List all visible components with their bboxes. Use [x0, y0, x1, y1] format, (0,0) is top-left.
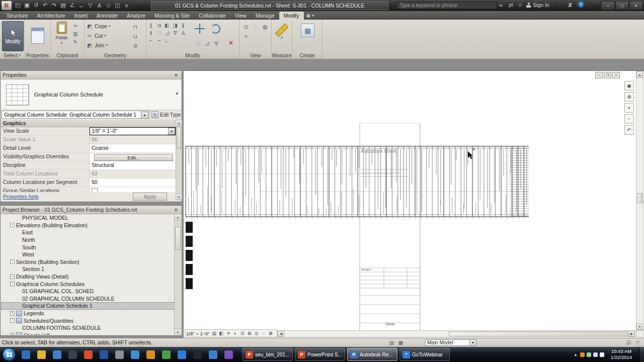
properties-help-link[interactable]: Properties help	[1, 194, 39, 200]
property-value[interactable]: 1/8" = 1'-0"▼	[90, 127, 176, 135]
thin-lines-icon[interactable]: ≡	[122, 2, 131, 9]
hidden-icons-expander-icon[interactable]: ▲	[574, 352, 578, 357]
view-minimize-icon[interactable]: −	[595, 72, 603, 78]
favorites-icon[interactable]: ☆	[516, 1, 524, 9]
browser-item-02-graphical-column-schedule[interactable]: 02 GRAPHICAL COLUMN SCHEDULE	[1, 295, 175, 303]
pinned-app-icon-2[interactable]	[35, 348, 48, 361]
detail-level-icon[interactable]: ▤	[211, 330, 217, 337]
measure-icon[interactable]: ∠	[68, 2, 76, 9]
browser-item-elevations-building-elevation[interactable]: −Elevations (Building Elevation)	[1, 222, 175, 229]
apply-button[interactable]: Apply	[133, 193, 167, 201]
offset-icon[interactable]: ⇉	[155, 22, 163, 29]
scrollbar-thumb[interactable]	[637, 193, 642, 203]
pinned-app-icon-3[interactable]	[50, 348, 63, 361]
properties-button[interactable]	[28, 22, 47, 49]
trim-corner-icon[interactable]: ⌐	[147, 37, 154, 44]
trim-single-icon[interactable]: ¬	[155, 37, 163, 44]
revit-logo-icon[interactable]: R	[2, 1, 12, 10]
expand-icon[interactable]: +	[10, 311, 15, 316]
design-option-select[interactable]: Main Model ▼	[425, 339, 476, 346]
tray-icon-1[interactable]	[580, 352, 585, 357]
trim-multiple-icon[interactable]: ∟	[164, 37, 171, 44]
show-desktop-button[interactable]	[639, 347, 644, 362]
aligned-dimension-icon[interactable]: ↔	[77, 2, 86, 9]
pinned-app-icon-14[interactable]	[222, 348, 235, 361]
tag-icon[interactable]: ▽	[86, 2, 95, 9]
ribbon-tab-massing-site[interactable]: Massing & Site	[150, 12, 194, 20]
browser-item-column-footing-schedule[interactable]: COLUMN FOOTING SCHEDULE	[1, 324, 175, 332]
pin-icon[interactable]: ∇	[213, 40, 220, 47]
property-value[interactable]: Coarse	[90, 144, 176, 152]
cut-icon[interactable]: ✂	[72, 22, 79, 29]
view-restore-icon[interactable]: ❐	[604, 72, 611, 78]
browser-item-drafting-views-detail[interactable]: −Drafting Views (Detail)	[1, 273, 175, 281]
browser-item-sections-building-section[interactable]: −Sections (Building Section)	[1, 258, 175, 266]
project-browser-titlebar[interactable]: Project Browser - 01 GCS_Column Footing …	[1, 206, 182, 214]
collapse-icon[interactable]: −	[10, 259, 15, 264]
search-icon[interactable]: ∞	[497, 1, 505, 9]
tray-icon-4[interactable]	[600, 352, 604, 357]
open-icon[interactable]: ◰	[14, 2, 22, 9]
pinned-app-icon-8[interactable]	[128, 348, 141, 361]
properties-panel-label[interactable]: Properties	[25, 52, 50, 59]
pinned-app-icon-7[interactable]	[113, 348, 126, 361]
mirror-pick-icon[interactable]: ◨	[172, 22, 179, 29]
create-group-button[interactable]: ▦	[301, 24, 314, 37]
tray-icon-3[interactable]	[593, 352, 598, 357]
browser-item-west[interactable]: West	[1, 251, 175, 258]
reveal-hidden-icon[interactable]: ◌	[260, 330, 267, 337]
taskbar-app-powerpoint-s[interactable]: PPowerPoint S...	[295, 348, 345, 361]
scrollbar-thumb[interactable]	[449, 331, 628, 336]
editable-only-icon[interactable]: ☑	[625, 339, 632, 346]
undo-icon[interactable]: ↶	[41, 2, 49, 9]
print-icon[interactable]: ▤	[59, 2, 67, 9]
override-graphics-icon[interactable]: ◍	[261, 23, 269, 31]
pinned-app-icon-10[interactable]	[159, 348, 173, 361]
select-panel-label[interactable]: Select▾	[0, 52, 24, 59]
save-icon[interactable]: ▣	[23, 2, 31, 9]
sign-in-button[interactable]: Sign In ▾	[526, 1, 553, 9]
lock-position-icon[interactable]: ⊠	[267, 330, 274, 337]
match-type-icon[interactable]: ✎	[72, 38, 79, 45]
minimize-button[interactable]: −	[601, 1, 615, 10]
section-icon[interactable]: ◫	[113, 2, 122, 9]
pinned-app-icon-13[interactable]	[206, 348, 219, 361]
property-value[interactable]: 50	[90, 178, 176, 187]
taskbar-app-seu-bim-201[interactable]: Pseu_bim_201...	[243, 348, 293, 361]
drawing-area[interactable]: Autodesk Revit Designer Owner −❐× ◉⊕+−↶ …	[184, 70, 644, 338]
pinned-app-icon-4[interactable]	[66, 348, 79, 361]
pinned-app-icon-6[interactable]	[97, 348, 110, 361]
scroll-down-icon[interactable]: ▼	[175, 329, 181, 335]
delete-icon[interactable]: ×	[229, 39, 233, 47]
hide-in-view-icon[interactable]: ◌	[252, 23, 260, 31]
scroll-left-icon[interactable]: ◀	[278, 331, 284, 337]
default-3d-view-icon[interactable]: ◇	[104, 2, 113, 9]
chevron-down-icon[interactable]: ▼	[175, 92, 179, 96]
filter-icon[interactable]: ▽	[634, 339, 641, 346]
rotate-icon[interactable]	[211, 24, 220, 34]
browser-scrollbar[interactable]: ▲ ▼	[174, 214, 181, 335]
help-button[interactable]: ? ▾	[578, 1, 587, 8]
ribbon-tab-insert[interactable]: Insert	[70, 12, 92, 20]
pinned-app-icon-12[interactable]	[191, 348, 204, 361]
browser-item-physical-model[interactable]: PHYSICAL MODEL	[1, 214, 175, 222]
linework-icon[interactable]: ≈	[242, 32, 250, 40]
scale-icon[interactable]: ◿	[164, 29, 171, 36]
view-scale-button[interactable]: 1/8" = 1'-0"	[186, 331, 209, 336]
scale-icon[interactable]: ◿	[204, 40, 211, 47]
previous-icon[interactable]: ↶	[624, 125, 634, 135]
scrollbar-thumb[interactable]	[177, 127, 181, 149]
ribbon-tab-architecture[interactable]: Architecture	[33, 12, 70, 20]
ribbon-tab-view[interactable]: View	[230, 12, 251, 20]
align-icon[interactable]: ∥	[147, 22, 154, 29]
array-icon[interactable]: ∷	[195, 40, 202, 47]
unpin-icon[interactable]: ∆	[180, 29, 187, 36]
tray-icon-2[interactable]	[587, 352, 591, 357]
ribbon-tab-modify[interactable]: Modify	[279, 12, 304, 20]
expand-icon[interactable]: +	[10, 333, 15, 335]
scroll-up-icon[interactable]: ▲	[176, 120, 182, 126]
scroll-down-icon[interactable]: ▼	[636, 323, 643, 330]
browser-item-graphical-column-schedules[interactable]: −Graphical Column Schedules	[1, 280, 175, 288]
vertical-scrollbar[interactable]: ▲ ▼	[636, 71, 643, 330]
zoom-out-icon[interactable]: −	[624, 114, 634, 124]
